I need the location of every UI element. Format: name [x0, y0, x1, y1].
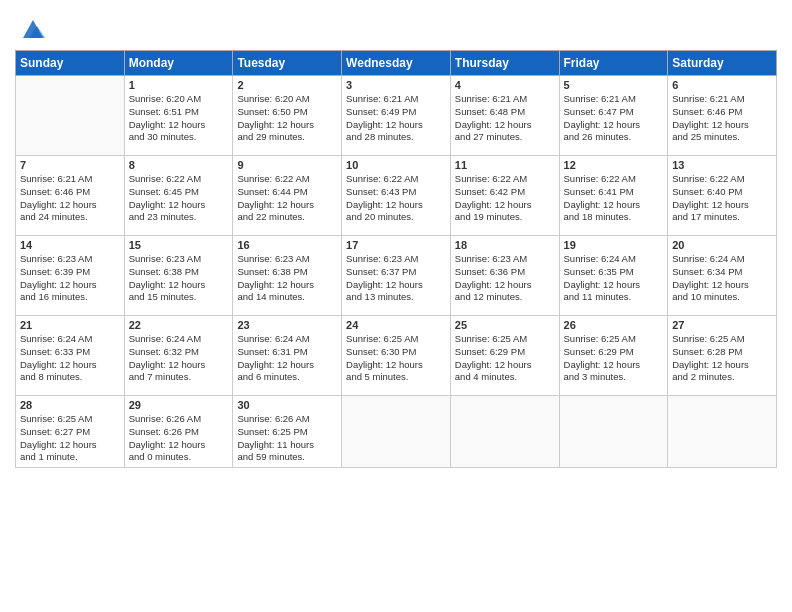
cell-content: Sunrise: 6:25 AM Sunset: 6:29 PM Dayligh… [455, 333, 555, 384]
calendar-cell [342, 396, 451, 468]
week-row-4: 28Sunrise: 6:25 AM Sunset: 6:27 PM Dayli… [16, 396, 777, 468]
cell-content: Sunrise: 6:24 AM Sunset: 6:33 PM Dayligh… [20, 333, 120, 384]
weekday-header-tuesday: Tuesday [233, 51, 342, 76]
weekday-header-wednesday: Wednesday [342, 51, 451, 76]
cell-content: Sunrise: 6:22 AM Sunset: 6:42 PM Dayligh… [455, 173, 555, 224]
calendar-cell: 26Sunrise: 6:25 AM Sunset: 6:29 PM Dayli… [559, 316, 668, 396]
cell-content: Sunrise: 6:20 AM Sunset: 6:50 PM Dayligh… [237, 93, 337, 144]
day-number: 11 [455, 159, 555, 171]
calendar-cell: 12Sunrise: 6:22 AM Sunset: 6:41 PM Dayli… [559, 156, 668, 236]
calendar-cell: 28Sunrise: 6:25 AM Sunset: 6:27 PM Dayli… [16, 396, 125, 468]
calendar-cell: 5Sunrise: 6:21 AM Sunset: 6:47 PM Daylig… [559, 76, 668, 156]
day-number: 22 [129, 319, 229, 331]
calendar-cell: 15Sunrise: 6:23 AM Sunset: 6:38 PM Dayli… [124, 236, 233, 316]
logo-icon [19, 14, 47, 42]
calendar-cell: 9Sunrise: 6:22 AM Sunset: 6:44 PM Daylig… [233, 156, 342, 236]
cell-content: Sunrise: 6:22 AM Sunset: 6:44 PM Dayligh… [237, 173, 337, 224]
day-number: 28 [20, 399, 120, 411]
day-number: 12 [564, 159, 664, 171]
day-number: 4 [455, 79, 555, 91]
logo [15, 14, 47, 42]
day-number: 29 [129, 399, 229, 411]
day-number: 1 [129, 79, 229, 91]
calendar-cell: 30Sunrise: 6:26 AM Sunset: 6:25 PM Dayli… [233, 396, 342, 468]
calendar-cell: 25Sunrise: 6:25 AM Sunset: 6:29 PM Dayli… [450, 316, 559, 396]
day-number: 26 [564, 319, 664, 331]
weekday-header-row: SundayMondayTuesdayWednesdayThursdayFrid… [16, 51, 777, 76]
calendar-cell [559, 396, 668, 468]
calendar-cell: 21Sunrise: 6:24 AM Sunset: 6:33 PM Dayli… [16, 316, 125, 396]
calendar-cell [16, 76, 125, 156]
day-number: 15 [129, 239, 229, 251]
calendar-cell: 10Sunrise: 6:22 AM Sunset: 6:43 PM Dayli… [342, 156, 451, 236]
cell-content: Sunrise: 6:24 AM Sunset: 6:35 PM Dayligh… [564, 253, 664, 304]
cell-content: Sunrise: 6:23 AM Sunset: 6:38 PM Dayligh… [237, 253, 337, 304]
cell-content: Sunrise: 6:21 AM Sunset: 6:49 PM Dayligh… [346, 93, 446, 144]
day-number: 3 [346, 79, 446, 91]
calendar-cell [450, 396, 559, 468]
calendar-cell: 11Sunrise: 6:22 AM Sunset: 6:42 PM Dayli… [450, 156, 559, 236]
page: SundayMondayTuesdayWednesdayThursdayFrid… [0, 0, 792, 612]
cell-content: Sunrise: 6:22 AM Sunset: 6:43 PM Dayligh… [346, 173, 446, 224]
cell-content: Sunrise: 6:21 AM Sunset: 6:48 PM Dayligh… [455, 93, 555, 144]
calendar-cell: 6Sunrise: 6:21 AM Sunset: 6:46 PM Daylig… [668, 76, 777, 156]
day-number: 8 [129, 159, 229, 171]
cell-content: Sunrise: 6:23 AM Sunset: 6:37 PM Dayligh… [346, 253, 446, 304]
cell-content: Sunrise: 6:25 AM Sunset: 6:29 PM Dayligh… [564, 333, 664, 384]
day-number: 17 [346, 239, 446, 251]
calendar-cell: 8Sunrise: 6:22 AM Sunset: 6:45 PM Daylig… [124, 156, 233, 236]
calendar-cell: 20Sunrise: 6:24 AM Sunset: 6:34 PM Dayli… [668, 236, 777, 316]
week-row-2: 14Sunrise: 6:23 AM Sunset: 6:39 PM Dayli… [16, 236, 777, 316]
calendar-cell: 1Sunrise: 6:20 AM Sunset: 6:51 PM Daylig… [124, 76, 233, 156]
calendar-cell: 27Sunrise: 6:25 AM Sunset: 6:28 PM Dayli… [668, 316, 777, 396]
day-number: 5 [564, 79, 664, 91]
day-number: 21 [20, 319, 120, 331]
calendar-cell: 4Sunrise: 6:21 AM Sunset: 6:48 PM Daylig… [450, 76, 559, 156]
calendar-cell: 23Sunrise: 6:24 AM Sunset: 6:31 PM Dayli… [233, 316, 342, 396]
cell-content: Sunrise: 6:25 AM Sunset: 6:27 PM Dayligh… [20, 413, 120, 464]
calendar-cell [668, 396, 777, 468]
day-number: 30 [237, 399, 337, 411]
day-number: 2 [237, 79, 337, 91]
calendar-cell: 7Sunrise: 6:21 AM Sunset: 6:46 PM Daylig… [16, 156, 125, 236]
cell-content: Sunrise: 6:24 AM Sunset: 6:31 PM Dayligh… [237, 333, 337, 384]
calendar: SundayMondayTuesdayWednesdayThursdayFrid… [15, 50, 777, 468]
calendar-cell: 2Sunrise: 6:20 AM Sunset: 6:50 PM Daylig… [233, 76, 342, 156]
cell-content: Sunrise: 6:22 AM Sunset: 6:45 PM Dayligh… [129, 173, 229, 224]
calendar-cell: 3Sunrise: 6:21 AM Sunset: 6:49 PM Daylig… [342, 76, 451, 156]
cell-content: Sunrise: 6:21 AM Sunset: 6:46 PM Dayligh… [672, 93, 772, 144]
day-number: 6 [672, 79, 772, 91]
day-number: 18 [455, 239, 555, 251]
day-number: 7 [20, 159, 120, 171]
day-number: 13 [672, 159, 772, 171]
day-number: 20 [672, 239, 772, 251]
week-row-0: 1Sunrise: 6:20 AM Sunset: 6:51 PM Daylig… [16, 76, 777, 156]
calendar-cell: 18Sunrise: 6:23 AM Sunset: 6:36 PM Dayli… [450, 236, 559, 316]
cell-content: Sunrise: 6:21 AM Sunset: 6:47 PM Dayligh… [564, 93, 664, 144]
day-number: 23 [237, 319, 337, 331]
day-number: 19 [564, 239, 664, 251]
cell-content: Sunrise: 6:23 AM Sunset: 6:36 PM Dayligh… [455, 253, 555, 304]
weekday-header-thursday: Thursday [450, 51, 559, 76]
cell-content: Sunrise: 6:20 AM Sunset: 6:51 PM Dayligh… [129, 93, 229, 144]
cell-content: Sunrise: 6:22 AM Sunset: 6:41 PM Dayligh… [564, 173, 664, 224]
weekday-header-friday: Friday [559, 51, 668, 76]
day-number: 10 [346, 159, 446, 171]
cell-content: Sunrise: 6:24 AM Sunset: 6:34 PM Dayligh… [672, 253, 772, 304]
cell-content: Sunrise: 6:25 AM Sunset: 6:30 PM Dayligh… [346, 333, 446, 384]
cell-content: Sunrise: 6:26 AM Sunset: 6:26 PM Dayligh… [129, 413, 229, 464]
weekday-header-saturday: Saturday [668, 51, 777, 76]
cell-content: Sunrise: 6:23 AM Sunset: 6:38 PM Dayligh… [129, 253, 229, 304]
weekday-header-monday: Monday [124, 51, 233, 76]
day-number: 14 [20, 239, 120, 251]
weekday-header-sunday: Sunday [16, 51, 125, 76]
calendar-cell: 14Sunrise: 6:23 AM Sunset: 6:39 PM Dayli… [16, 236, 125, 316]
header [15, 10, 777, 42]
day-number: 9 [237, 159, 337, 171]
calendar-cell: 29Sunrise: 6:26 AM Sunset: 6:26 PM Dayli… [124, 396, 233, 468]
cell-content: Sunrise: 6:21 AM Sunset: 6:46 PM Dayligh… [20, 173, 120, 224]
calendar-cell: 16Sunrise: 6:23 AM Sunset: 6:38 PM Dayli… [233, 236, 342, 316]
calendar-cell: 22Sunrise: 6:24 AM Sunset: 6:32 PM Dayli… [124, 316, 233, 396]
day-number: 25 [455, 319, 555, 331]
day-number: 16 [237, 239, 337, 251]
